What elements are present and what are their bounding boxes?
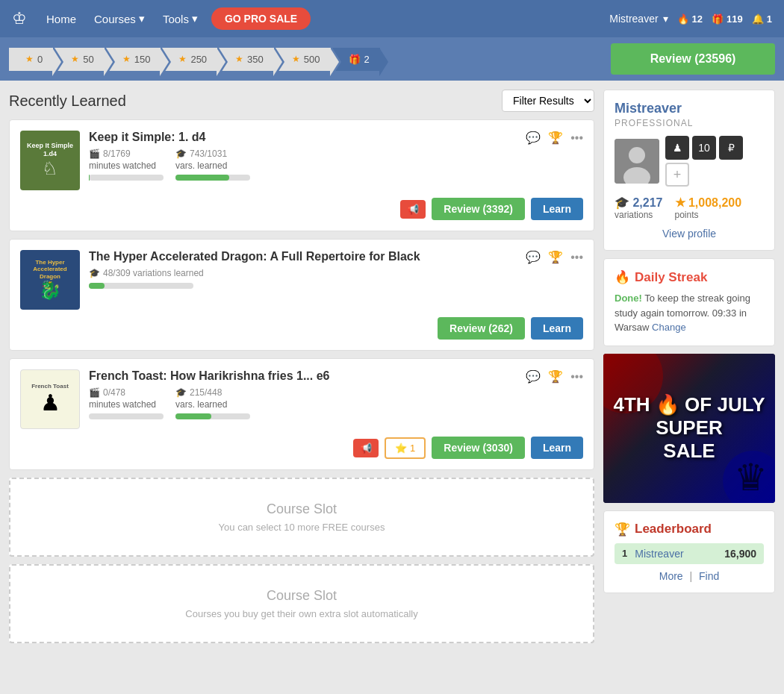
nav-tools[interactable]: Tools ▾: [155, 7, 205, 30]
lb-find-link[interactable]: Find: [699, 570, 719, 582]
course-title-3: French Toast: How Harikrishna fries 1...…: [89, 369, 517, 383]
course-thumb-3: French Toast ♟: [20, 369, 80, 429]
more-icon-btn-2[interactable]: •••: [570, 251, 583, 264]
filter-results-select[interactable]: Filter Results: [502, 90, 594, 112]
course-top-icons-3: 💬 🏆 •••: [526, 369, 583, 384]
comment-icon-btn-3[interactable]: 💬: [526, 369, 541, 384]
course-actions-3: 📢 ⭐ 1 Review (3030) Learn: [20, 437, 583, 459]
course-info-1: Keep it Simple: 1. d4 🎬 8/1769 minutes w…: [89, 131, 517, 184]
course-info-2: The Hyper Accelerated Dragon: A Full Rep…: [89, 250, 517, 289]
review-btn-3[interactable]: Review (3030): [432, 437, 525, 459]
course-card-1: Keep It Simple 1.d4 ♘ Keep it Simple: 1.…: [9, 119, 594, 231]
chevron-down-icon: ▾: [663, 13, 668, 25]
progress-bar-watch-1: [89, 175, 164, 181]
add-badge-btn[interactable]: +: [665, 163, 689, 187]
avatar: [615, 139, 659, 184]
stat-vars-1: 🎓 743/1031 vars. learned: [175, 149, 250, 181]
progress-bar-vars-1: [175, 175, 250, 181]
star-icon: ★: [178, 54, 187, 64]
course-top-icons-1: 💬 🏆 •••: [526, 131, 583, 145]
lb-more-link[interactable]: More: [659, 570, 683, 582]
trophy-icon-btn-2[interactable]: 🏆: [548, 250, 563, 264]
course-actions-2: Review (262) Learn: [20, 317, 583, 340]
course-meta-3: 🎬 0/478 minutes watched 🎓 215/448: [89, 387, 517, 419]
streak-text: Done! To keep the streak going study aga…: [615, 291, 764, 335]
trophy-icon-btn-1[interactable]: 🏆: [548, 131, 563, 145]
notif-fire[interactable]: 🔥 12: [677, 13, 703, 25]
chevron-down-icon: ▾: [192, 12, 198, 25]
grad-icon: 🎓: [89, 268, 100, 278]
badge-chess: ♟: [665, 136, 689, 160]
profile-card: Mistreaver PROFESSIONAL ♟ 10 ₽: [603, 90, 775, 251]
course-card-top-2: The Hyper Accelerated Dragon 🐉 The Hyper…: [20, 250, 583, 310]
view-profile-link[interactable]: View profile: [615, 228, 764, 240]
user-menu[interactable]: Mistreaver ▾: [609, 13, 668, 25]
badge-10: 10: [692, 136, 716, 160]
course-top-icons-2: 💬 🏆 •••: [526, 250, 583, 264]
comment-icon-btn-1[interactable]: 💬: [526, 131, 541, 145]
more-icon-btn-3[interactable]: •••: [570, 370, 583, 384]
leaderboard-row-1: 1 Mistreaver 16,900: [615, 543, 764, 564]
review-btn-2[interactable]: Review (262): [438, 317, 525, 340]
video-icon: 🎬: [89, 387, 100, 398]
profile-stat-points: ★ 1,008,200 points: [675, 196, 742, 220]
header: ♔ Home Courses ▾ Tools ▾ GO PRO SALE Mis…: [0, 0, 784, 37]
trophy-icon-lb: 🏆: [615, 522, 630, 537]
sale-banner[interactable]: 4TH 🔥 OF JULY SUPER SALE ♛: [603, 354, 775, 503]
sale-banner-inner: 4TH 🔥 OF JULY SUPER SALE ♛: [603, 354, 775, 503]
megaphone-btn-3[interactable]: 📢: [353, 439, 379, 457]
daily-streak-title: 🔥 Daily Streak: [615, 269, 764, 285]
progress-step-350[interactable]: ★ 350: [219, 48, 274, 71]
progress-step-50[interactable]: ★ 50: [55, 48, 104, 71]
nav-home[interactable]: Home: [39, 8, 84, 30]
logo-icon: ♔: [12, 9, 27, 28]
course-card-top-3: French Toast ♟ French Toast: How Harikri…: [20, 369, 583, 429]
notif-bell[interactable]: 🔔 1: [752, 13, 772, 25]
recently-learned-title: Recently Learned: [9, 93, 126, 110]
leaderboard-card: 🏆 Leaderboard 1 Mistreaver 16,900 More |…: [603, 510, 775, 593]
grad-icon-profile: 🎓: [615, 196, 629, 209]
header-right: Mistreaver ▾ 🔥 12 🎁 119 🔔 1: [609, 13, 772, 25]
leaderboard-links: More | Find: [615, 570, 764, 582]
badge-icons: ♟ 10 ₽ +: [665, 136, 743, 187]
course-slot-subtitle-1: You can select 10 more FREE courses: [33, 522, 570, 533]
progress-bar-watch-3: [89, 413, 164, 419]
progress-step-250[interactable]: ★ 250: [162, 48, 217, 71]
progress-step-150[interactable]: ★ 150: [106, 48, 161, 71]
right-column: Mistreaver PROFESSIONAL ♟ 10 ₽: [603, 90, 775, 651]
svg-point-1: [629, 147, 645, 163]
course-info-3: French Toast: How Harikrishna fries 1...…: [89, 369, 517, 422]
daily-streak-card: 🔥 Daily Streak Done! To keep the streak …: [603, 258, 775, 346]
progress-step-500[interactable]: ★ 500: [276, 48, 331, 71]
star-icon-profile: ★: [675, 196, 685, 209]
left-column: Recently Learned Filter Results Keep It …: [9, 90, 594, 651]
course-slot-title-1: Course Slot: [33, 501, 570, 517]
star-btn-3[interactable]: ⭐ 1: [385, 437, 426, 459]
course-title-2: The Hyper Accelerated Dragon: A Full Rep…: [89, 250, 517, 263]
course-slot-2: Course Slot Courses you buy get their ow…: [9, 564, 594, 643]
nav-courses[interactable]: Courses ▾: [87, 7, 152, 30]
recently-learned-header: Recently Learned Filter Results: [9, 90, 594, 112]
bell-icon: 🔔: [752, 13, 764, 25]
progress-step-active[interactable]: 🎁 2: [332, 48, 380, 71]
stat-minutes-3: 🎬 0/478 minutes watched: [89, 387, 164, 419]
sale-text-line3: SALE: [614, 440, 765, 463]
profile-stat-variations: 🎓 2,217 variations: [615, 196, 663, 220]
learn-btn-2[interactable]: Learn: [531, 317, 583, 340]
notif-gift[interactable]: 🎁 119: [712, 13, 743, 25]
progress-steps: ★ 0 ★ 50 ★ 150 ★ 250 ★ 350 ★ 500 🎁 2: [9, 48, 603, 71]
star-icon: ★: [292, 54, 300, 64]
change-timezone-link[interactable]: Change: [652, 322, 686, 333]
more-icon-btn-1[interactable]: •••: [570, 131, 583, 145]
review-btn-1[interactable]: Review (3392): [432, 198, 525, 220]
trophy-icon-btn-3[interactable]: 🏆: [548, 369, 563, 384]
learn-btn-1[interactable]: Learn: [531, 198, 583, 220]
go-pro-button[interactable]: GO PRO SALE: [211, 7, 311, 30]
megaphone-btn-1[interactable]: 📢: [400, 200, 426, 219]
progress-step-0[interactable]: ★ 0: [9, 48, 53, 71]
main-review-button[interactable]: Review (23596): [611, 43, 775, 75]
comment-icon-btn-2[interactable]: 💬: [526, 250, 541, 264]
learn-btn-3[interactable]: Learn: [531, 437, 583, 459]
leaderboard-user-link[interactable]: Mistreaver: [635, 548, 724, 560]
grad-icon: 🎓: [175, 387, 187, 398]
